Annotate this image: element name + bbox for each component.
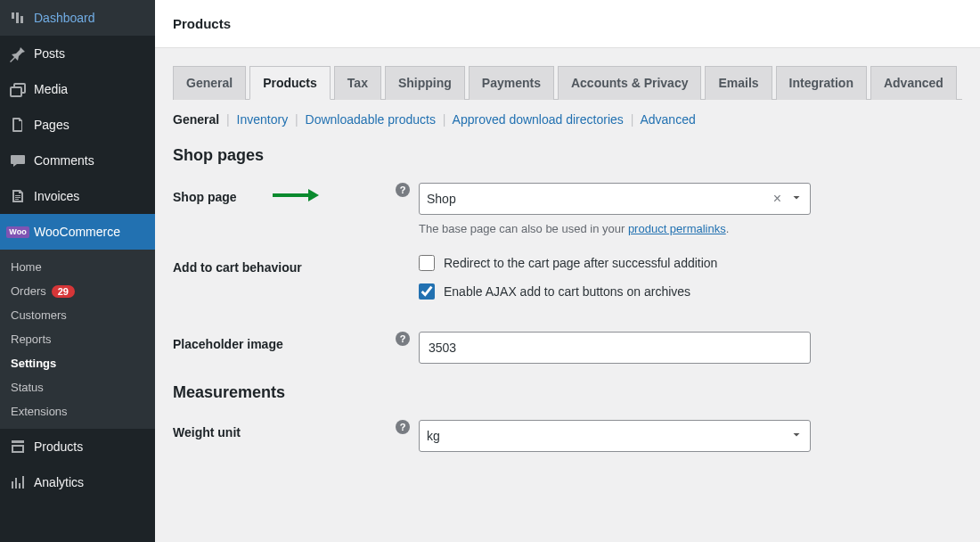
page-title: Products [173, 16, 962, 31]
subtab-advanced[interactable]: Advanced [640, 112, 695, 127]
sidebar-item-comments[interactable]: Comments [0, 143, 155, 178]
tab-shipping[interactable]: Shipping [385, 66, 465, 100]
clear-icon[interactable]: × [768, 191, 787, 207]
svg-marker-1 [308, 189, 319, 201]
tab-advanced[interactable]: Advanced [870, 66, 957, 100]
label-weight-unit: Weight unit [173, 420, 396, 439]
sidebar-label: Comments [34, 153, 94, 168]
row-shop-page: Shop page ? Shop × The base page can als… [173, 183, 962, 235]
media-icon [9, 80, 27, 98]
woocommerce-submenu: Home Orders 29 Customers Reports Setting… [0, 250, 155, 429]
help-icon[interactable]: ? [396, 183, 410, 197]
submenu-item-extensions[interactable]: Extensions [0, 399, 155, 423]
link-product-permalinks[interactable]: product permalinks [628, 222, 726, 235]
pages-icon [9, 116, 27, 134]
subtab-general[interactable]: General [173, 112, 219, 127]
arrow-right-icon [273, 188, 319, 205]
analytics-icon [9, 473, 27, 491]
subtab-inventory[interactable]: Inventory [237, 112, 289, 127]
tab-accounts-privacy[interactable]: Accounts & Privacy [558, 66, 702, 100]
tab-tax[interactable]: Tax [334, 66, 381, 100]
field-placeholder-image [419, 332, 811, 364]
checkbox-ajax-cart[interactable]: Enable AJAX add to cart buttons on archi… [419, 283, 811, 300]
placeholder-image-input[interactable] [419, 332, 811, 364]
submenu-item-settings[interactable]: Settings [0, 351, 155, 375]
sidebar-label: Invoices [34, 189, 79, 203]
main-content: Products General Products Tax Shipping P… [155, 0, 980, 542]
tab-emails[interactable]: Emails [705, 66, 772, 100]
section-shop-pages: Shop pages [173, 146, 962, 165]
sidebar-item-invoices[interactable]: Invoices [0, 178, 155, 214]
help-icon[interactable]: ? [396, 420, 410, 434]
tab-integration[interactable]: Integration [776, 66, 867, 100]
tab-payments[interactable]: Payments [469, 66, 554, 100]
submenu-item-status[interactable]: Status [0, 375, 155, 399]
shop-page-description: The base page can also be used in your p… [419, 222, 811, 235]
submenu-item-home[interactable]: Home [0, 255, 155, 279]
sidebar-item-woocommerce[interactable]: Woo WooCommerce [0, 214, 155, 250]
page-header: Products [155, 0, 980, 48]
weight-unit-select[interactable]: kg [419, 420, 811, 452]
checkbox-redirect-cart[interactable]: Redirect to the cart page after successf… [419, 255, 811, 271]
settings-subtabs: General | Inventory | Downloadable produ… [173, 112, 962, 127]
sidebar-label: Media [34, 82, 68, 96]
sidebar-label: WooCommerce [34, 225, 120, 239]
chevron-down-icon [787, 192, 803, 207]
sidebar-label: Posts [34, 46, 65, 61]
sidebar-item-dashboard[interactable]: Dashboard [0, 0, 155, 36]
sidebar-item-products[interactable]: Products [0, 429, 155, 464]
row-add-to-cart: Add to cart behaviour Redirect to the ca… [173, 255, 962, 312]
label-shop-page: Shop page [173, 183, 396, 205]
submenu-item-reports[interactable]: Reports [0, 327, 155, 351]
woocommerce-icon: Woo [9, 223, 27, 241]
tab-products[interactable]: Products [249, 66, 331, 100]
sidebar-label: Dashboard [34, 11, 95, 25]
field-shop-page: Shop × The base page can also be used in… [419, 183, 811, 235]
orders-badge: 29 [52, 285, 75, 298]
field-weight-unit: kg [419, 420, 811, 452]
subtab-downloadable[interactable]: Downloadable products [306, 112, 436, 127]
sidebar-label: Products [34, 439, 83, 454]
sidebar-item-analytics[interactable]: Analytics [0, 464, 155, 500]
subtab-approved-download-dirs[interactable]: Approved download directories [453, 112, 624, 127]
help-icon[interactable]: ? [396, 332, 410, 346]
label-add-to-cart: Add to cart behaviour [173, 255, 396, 275]
comments-icon [9, 152, 27, 169]
sidebar-label: Analytics [34, 475, 84, 489]
products-icon [9, 438, 27, 456]
sidebar-item-pages[interactable]: Pages [0, 107, 155, 143]
sidebar-item-media[interactable]: Media [0, 71, 155, 107]
row-weight-unit: Weight unit ? kg [173, 420, 962, 452]
settings-tabs: General Products Tax Shipping Payments A… [173, 66, 962, 100]
pin-icon [9, 45, 27, 62]
shop-page-select[interactable]: Shop × [419, 183, 811, 215]
tab-general[interactable]: General [173, 66, 246, 100]
row-placeholder-image: Placeholder image ? [173, 332, 962, 364]
label-placeholder-image: Placeholder image [173, 332, 396, 351]
sidebar-item-posts[interactable]: Posts [0, 36, 155, 71]
admin-sidebar: Dashboard Posts Media Pages Comments Inv… [0, 0, 155, 542]
settings-content: General Products Tax Shipping Payments A… [155, 48, 980, 489]
field-add-to-cart: Redirect to the cart page after successf… [419, 255, 811, 312]
checkbox-ajax-cart-input[interactable] [419, 283, 435, 300]
dashboard-icon [9, 9, 27, 27]
submenu-item-orders[interactable]: Orders 29 [0, 279, 155, 303]
invoices-icon [9, 187, 27, 205]
chevron-down-icon [787, 429, 803, 444]
sidebar-label: Pages [34, 118, 69, 132]
checkbox-redirect-cart-input[interactable] [419, 255, 435, 271]
submenu-item-customers[interactable]: Customers [0, 303, 155, 327]
section-measurements: Measurements [173, 383, 962, 402]
